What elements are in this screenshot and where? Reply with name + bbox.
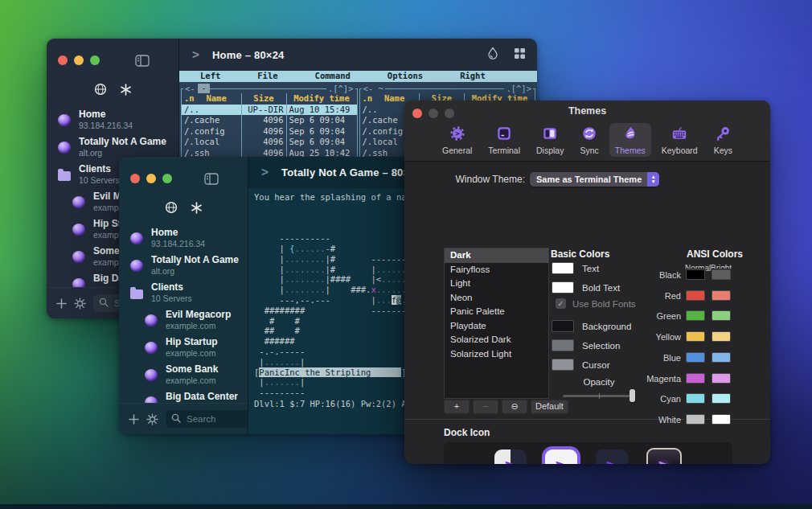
ansi-magenta-bright[interactable] [711,372,732,384]
close-button[interactable] [58,55,68,65]
sidebar-footer [119,403,248,434]
sidebar-item[interactable]: Home93.184.216.34 [119,224,248,252]
terminal-title: Home – 80×24 [212,49,284,61]
color-well-text[interactable] [551,261,575,275]
tab-sync[interactable]: Sync [574,123,604,157]
theme-list-item[interactable]: Neon [445,291,548,306]
server-subtitle: example.com [166,376,218,385]
color-well-selection[interactable] [551,339,575,352]
opacity-slider[interactable] [563,389,635,402]
sidebar-item[interactable]: Hip Startupexample.com [119,334,248,361]
ansi-yellow-normal[interactable] [685,330,706,343]
tab-terminal[interactable]: Terminal [482,123,526,157]
ansi-green-bright[interactable] [711,310,732,322]
mc-header-time[interactable]: Modify time [286,93,357,105]
svg-text:>: > [455,129,460,138]
dock-icon-header: Dock Icon [444,427,490,438]
server-name: Clients [151,282,192,293]
ansi-yellow-bright[interactable] [711,330,732,343]
asterisk-icon[interactable] [191,202,203,217]
sidebar-item[interactable]: Evil Megacorpexample.com [119,306,248,334]
tab-keyboard[interactable]: Keyboard [656,123,703,157]
dock-icon-dark[interactable]: > [596,449,628,464]
server-subtitle: example.com [166,348,218,358]
dock-icon-split[interactable]: > [494,449,527,464]
ansi-cyan-normal[interactable] [685,392,706,404]
mc-header-name[interactable]: Name [195,93,239,105]
ansi-red-normal[interactable] [685,289,706,302]
asterisk-icon[interactable] [120,84,132,99]
sidebar-header [119,202,248,216]
use-bold-fonts-checkbox[interactable]: ✓ [556,298,566,309]
globe-icon[interactable] [94,83,107,99]
theme-list-item[interactable]: Fairyfloss [445,263,548,277]
server-globe-icon [72,278,85,288]
sidebar-item[interactable]: Home93.184.216.34 [47,106,178,133]
ansi-cyan-bright[interactable] [711,392,732,404]
theme-list-item[interactable]: Solarized Light [445,347,548,362]
ansi-magenta-normal[interactable] [685,372,706,384]
theme-list-item[interactable]: Light [445,277,548,291]
folder-icon [130,289,143,299]
ansi-red-bright[interactable] [711,289,732,302]
globe-icon[interactable] [165,201,178,217]
mc-minimize-button[interactable]: - [198,84,210,93]
clear-terminal-icon[interactable] [486,47,499,63]
theme-list-button[interactable]: + [444,400,470,414]
mc-menu-item[interactable]: Left [200,71,220,82]
tab-label: Keyboard [662,146,698,155]
theme-list-item[interactable]: Panic Palette [445,305,548,319]
theme-list-item[interactable]: Dark [445,248,548,263]
mc-menu-item[interactable]: Right [460,71,486,82]
tab-themes[interactable]: Themes [609,123,651,157]
window-theme-popup[interactable]: Same as Terminal Theme ▲▼ [530,172,659,187]
dock-icon-light[interactable]: > [545,449,577,464]
tab-keys[interactable]: Keys [708,123,738,157]
sidebar-toggle-icon[interactable] [135,55,150,67]
color-well-background[interactable] [551,319,575,333]
ansi-white-normal[interactable] [685,413,706,425]
zoom-button[interactable] [162,174,172,183]
server-name: Clients [79,164,120,175]
theme-list: DarkFairyflossLightNeonPanic PalettePlay… [444,248,549,399]
zoom-button[interactable] [90,55,100,65]
mc-header-size[interactable]: Size [241,93,286,105]
ansi-black-bright[interactable] [711,269,732,281]
mc-file-row[interactable]: /.local4096Sep 6 09:04 [182,137,357,148]
mc-file-row[interactable]: /.cache4096Sep 6 09:04 [182,115,357,126]
mc-file-row[interactable]: /..UP--DIRAug 10 15:49 [182,105,357,116]
sidebar-item[interactable]: Big Data Centerexample.com [119,388,248,403]
minimize-button[interactable] [146,174,156,183]
color-well-cursor[interactable] [551,358,575,371]
dock-icon-keycap[interactable]: > [646,448,682,464]
ansi-blue-bright[interactable] [711,351,732,363]
grid-icon[interactable] [514,47,526,63]
add-server-button[interactable] [56,298,67,309]
mc-menu-item[interactable]: Options [388,71,423,82]
ansi-black-normal[interactable] [685,269,706,281]
settings-gear-icon[interactable] [74,298,86,310]
color-well-bold-text[interactable] [551,281,575,294]
minimize-button[interactable] [74,55,84,65]
sidebar-item[interactable]: Some Bankexample.com [119,361,248,388]
sidebar-item[interactable]: Totally Not A Gamealt.org [119,252,248,279]
mc-menu-item[interactable]: Command [315,71,351,82]
theme-list-item[interactable]: Playdate [445,319,548,334]
themes-titlebar: Themes [404,101,770,120]
ansi-blue-normal[interactable] [685,351,706,363]
add-server-button[interactable] [129,414,139,425]
theme-list-button: − [473,400,498,414]
sidebar-item[interactable]: Clients10 Servers [119,279,248,306]
tab-label: General [442,146,472,155]
tab-general[interactable]: >General [437,123,478,157]
ansi-green-normal[interactable] [685,310,706,322]
ansi-white-bright[interactable] [711,413,732,425]
sidebar-toggle-icon[interactable] [204,173,219,185]
settings-gear-icon[interactable] [146,413,158,425]
theme-list-item[interactable]: Solarized Dark [445,333,548,347]
mc-file-row[interactable]: /.config4096Sep 6 09:04 [182,126,357,138]
tab-display[interactable]: Display [531,123,569,157]
theme-list-button[interactable]: ⊖ [502,400,527,414]
close-button[interactable] [130,174,140,183]
mc-menu-item[interactable]: File [257,71,277,82]
